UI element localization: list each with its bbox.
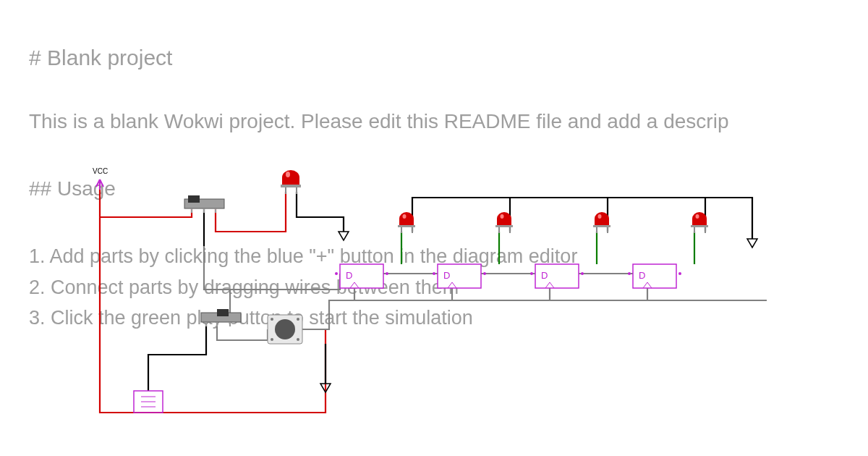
led-2[interactable] — [495, 212, 513, 233]
svg-point-49 — [335, 272, 338, 275]
wire-clock-bus — [302, 300, 767, 329]
svg-point-55 — [530, 272, 533, 275]
svg-point-11 — [275, 319, 295, 339]
svg-point-19 — [286, 172, 290, 177]
d-flipflop-3[interactable]: D — [530, 264, 584, 288]
svg-rect-38 — [593, 225, 610, 227]
svg-rect-32 — [495, 225, 513, 227]
svg-point-48 — [386, 272, 388, 275]
led-4[interactable] — [691, 212, 708, 233]
slide-switch-2[interactable] — [201, 309, 241, 326]
svg-point-14 — [271, 338, 273, 341]
wire-resistor-switch2 — [148, 322, 206, 391]
svg-point-43 — [696, 214, 699, 219]
svg-point-13 — [297, 318, 299, 321]
wire-vcc-main — [100, 180, 326, 413]
d-flipflop-1[interactable]: D — [335, 264, 388, 288]
wire-led-top-gnd — [297, 192, 344, 232]
wire-bus-to-ff1-d — [204, 246, 340, 290]
svg-rect-26 — [398, 225, 415, 227]
svg-rect-30 — [497, 219, 511, 225]
svg-point-31 — [501, 214, 504, 219]
wire-switch-led-top — [216, 192, 286, 232]
wire-switch2-btn — [217, 322, 268, 340]
svg-rect-18 — [282, 177, 299, 185]
led-3[interactable] — [593, 212, 610, 233]
svg-rect-1 — [188, 195, 200, 203]
svg-rect-36 — [595, 219, 609, 225]
led-1[interactable] — [398, 212, 415, 233]
gnd-symbol-3 — [747, 239, 757, 248]
svg-point-25 — [403, 214, 407, 219]
svg-point-52 — [433, 272, 435, 275]
gnd-symbol-1 — [339, 232, 349, 240]
flipflop-3-label: D — [541, 270, 548, 281]
flipflop-2-label: D — [443, 270, 450, 281]
d-flipflop-4[interactable]: D — [628, 264, 681, 288]
svg-rect-6 — [217, 309, 229, 316]
svg-rect-44 — [691, 225, 708, 227]
vcc-label: VCC — [93, 167, 108, 175]
flipflop-4-label: D — [639, 270, 645, 281]
slide-switch-1[interactable] — [184, 195, 224, 213]
svg-point-54 — [581, 272, 584, 275]
svg-point-58 — [628, 272, 631, 275]
vcc-symbol: VCC — [93, 167, 108, 190]
circuit-diagram[interactable]: VCC — [0, 0, 868, 456]
svg-point-51 — [483, 272, 486, 275]
svg-point-37 — [598, 214, 602, 219]
flipflop-1-label: D — [346, 270, 352, 281]
svg-rect-20 — [281, 185, 301, 187]
svg-point-57 — [678, 272, 681, 275]
svg-rect-42 — [692, 219, 707, 225]
led-top[interactable] — [281, 170, 301, 194]
d-flipflop-2[interactable]: D — [433, 264, 486, 288]
resistor-component[interactable] — [134, 391, 163, 413]
svg-rect-24 — [399, 219, 414, 225]
svg-point-12 — [271, 318, 273, 321]
svg-point-15 — [297, 338, 299, 341]
pushbutton[interactable] — [268, 315, 302, 344]
